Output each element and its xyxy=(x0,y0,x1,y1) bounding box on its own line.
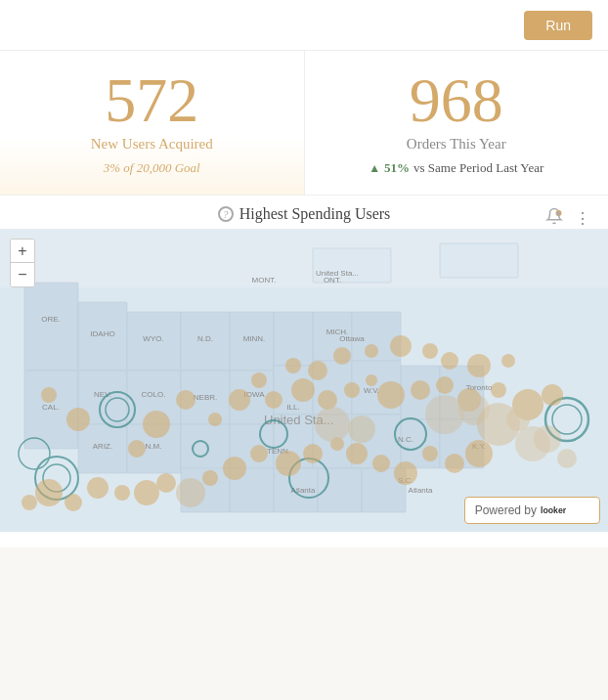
map-title-text: Highest Spending Users xyxy=(239,205,391,223)
svg-point-100 xyxy=(422,446,438,461)
svg-point-91 xyxy=(436,376,454,394)
svg-point-131 xyxy=(308,361,327,380)
svg-text:NEBR.: NEBR. xyxy=(194,393,217,402)
trend-text: vs Same Period Last Year xyxy=(413,160,543,176)
map-section: ? Highest Spending Users + ⋮ + − xyxy=(0,196,608,547)
svg-point-76 xyxy=(41,387,57,403)
map-container[interactable]: + − xyxy=(0,229,608,532)
svg-point-117 xyxy=(22,495,37,510)
svg-rect-18 xyxy=(274,312,313,366)
svg-point-79 xyxy=(143,411,170,438)
map-title-container: ? Highest Spending Users xyxy=(218,205,391,223)
svg-point-127 xyxy=(441,352,458,370)
svg-point-116 xyxy=(35,479,63,506)
svg-point-123 xyxy=(333,347,351,365)
new-users-number: 572 xyxy=(105,69,198,132)
svg-point-119 xyxy=(458,394,490,425)
zoom-out-button[interactable]: − xyxy=(11,263,34,286)
svg-point-129 xyxy=(501,354,515,368)
svg-text:ILL.: ILL. xyxy=(286,403,299,412)
svg-point-126 xyxy=(422,343,438,359)
orders-trend: ▲ 51% vs Same Period Last Year xyxy=(369,160,543,176)
svg-text:ARIZ.: ARIZ. xyxy=(93,442,112,451)
svg-text:N.C.: N.C. xyxy=(398,435,413,444)
svg-point-101 xyxy=(394,461,417,485)
svg-text:+: + xyxy=(557,211,560,216)
svg-point-86 xyxy=(318,390,337,410)
looker-logo: looker xyxy=(541,503,589,518)
map-actions: + ⋮ xyxy=(543,205,592,231)
svg-point-78 xyxy=(128,440,146,458)
svg-point-130 xyxy=(285,358,301,373)
svg-point-84 xyxy=(265,391,282,409)
svg-point-105 xyxy=(303,444,323,463)
svg-point-128 xyxy=(467,354,491,377)
svg-rect-4 xyxy=(24,283,78,371)
svg-point-90 xyxy=(411,380,430,400)
alert-button[interactable]: + xyxy=(543,205,565,231)
svg-point-85 xyxy=(291,378,315,402)
svg-point-82 xyxy=(229,389,250,411)
svg-text:ORE.: ORE. xyxy=(41,315,61,324)
svg-point-107 xyxy=(250,445,268,462)
svg-point-125 xyxy=(390,335,412,357)
svg-point-95 xyxy=(542,384,563,406)
svg-text:CAL.: CAL. xyxy=(42,403,60,412)
orders-label: Orders This Year xyxy=(407,136,506,153)
svg-point-120 xyxy=(506,408,530,431)
new-users-sublabel: 3% of 20,000 Goal xyxy=(104,160,200,176)
orders-card: 968 Orders This Year ▲ 51% vs Same Perio… xyxy=(305,51,609,195)
svg-point-93 xyxy=(491,382,506,398)
map-zoom-controls: + − xyxy=(10,239,35,287)
svg-point-109 xyxy=(202,470,218,486)
svg-point-124 xyxy=(365,344,378,358)
svg-rect-37 xyxy=(440,243,518,278)
svg-point-77 xyxy=(66,408,90,431)
svg-point-98 xyxy=(465,440,493,467)
header-bar: Run xyxy=(0,0,608,51)
svg-point-112 xyxy=(134,480,159,505)
more-options-button[interactable]: ⋮ xyxy=(573,207,592,230)
info-icon[interactable]: ? xyxy=(218,206,234,222)
svg-point-110 xyxy=(176,478,205,507)
svg-point-113 xyxy=(114,485,130,501)
svg-text:MINN.: MINN. xyxy=(243,334,266,343)
svg-text:Atlanta: Atlanta xyxy=(409,486,433,495)
svg-text:N.D.: N.D. xyxy=(197,334,213,343)
svg-text:MICH.: MICH. xyxy=(326,328,349,336)
powered-by-badge: Powered by looker xyxy=(464,497,600,524)
map-header: ? Highest Spending Users + ⋮ xyxy=(0,196,608,229)
svg-point-108 xyxy=(223,457,246,480)
svg-point-89 xyxy=(377,381,405,409)
svg-point-80 xyxy=(176,390,195,410)
svg-point-133 xyxy=(348,416,375,443)
trend-percent: 51% xyxy=(384,160,410,176)
svg-text:looker: looker xyxy=(541,505,567,515)
svg-point-81 xyxy=(208,413,222,426)
svg-text:WYO.: WYO. xyxy=(143,334,163,343)
svg-point-114 xyxy=(87,477,109,499)
new-users-label: New Users Acquired xyxy=(91,136,213,153)
run-button[interactable]: Run xyxy=(524,11,592,40)
svg-text:W.V.: W.V. xyxy=(364,386,379,395)
svg-point-118 xyxy=(425,395,464,434)
svg-point-115 xyxy=(65,494,82,511)
orders-number: 968 xyxy=(410,69,503,132)
svg-point-132 xyxy=(315,407,350,442)
svg-text:N.M.: N.M. xyxy=(146,442,162,451)
svg-point-88 xyxy=(366,374,377,386)
svg-point-87 xyxy=(344,382,360,398)
trend-arrow: ▲ xyxy=(369,161,380,176)
svg-point-106 xyxy=(276,451,301,476)
new-users-card: 572 New Users Acquired 3% of 20,000 Goal xyxy=(0,51,305,195)
map-svg: ORE. CAL. IDAHO NEV. ARIZ. WYO. COLO. N.… xyxy=(0,229,608,532)
svg-point-102 xyxy=(372,455,390,472)
svg-rect-14 xyxy=(181,424,230,473)
zoom-in-button[interactable]: + xyxy=(11,240,34,263)
powered-by-text: Powered by xyxy=(475,503,537,517)
stats-row: 572 New Users Acquired 3% of 20,000 Goal… xyxy=(0,51,608,196)
svg-text:IDAHO: IDAHO xyxy=(90,329,114,338)
svg-point-99 xyxy=(445,454,464,473)
svg-text:United Sta...: United Sta... xyxy=(316,269,359,278)
svg-text:COLO.: COLO. xyxy=(142,390,166,399)
